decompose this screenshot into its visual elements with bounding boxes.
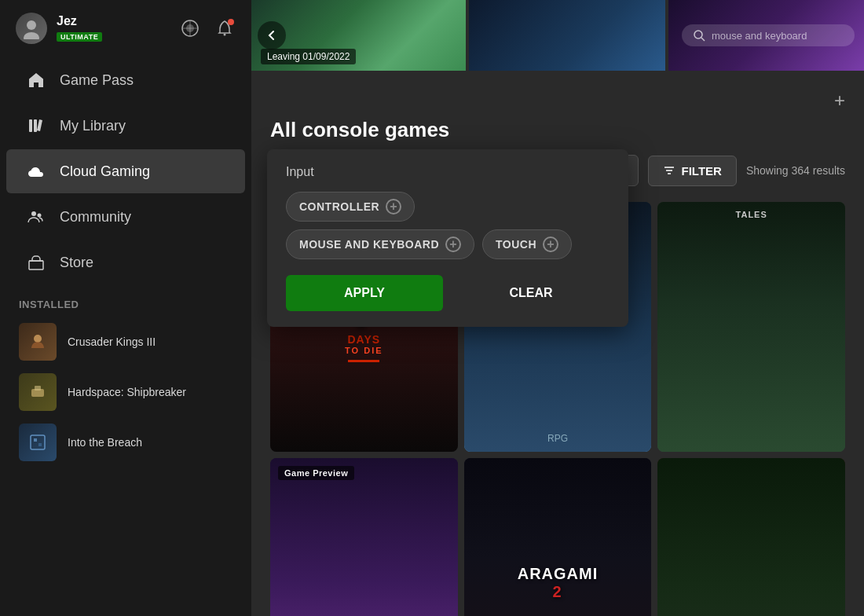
game-preview-label: Game Preview: [278, 466, 354, 480]
clear-button[interactable]: CLEAR: [452, 275, 610, 311]
installed-games-list: Crusader Kings III Hardspace: Shipbreake…: [0, 317, 251, 468]
store-icon: [25, 251, 47, 273]
chip-mouse-keyboard-label: MOUSE AND KEYBOARD: [299, 238, 439, 251]
svg-rect-15: [35, 386, 41, 390]
filter-chip-mouse-keyboard[interactable]: MOUSE AND KEYBOARD +: [286, 229, 474, 259]
main-content: Leaving 01/09/2022 + All console games: [251, 0, 864, 616]
installed-game-itb[interactable]: Into the Breach: [0, 417, 251, 468]
search-input-top[interactable]: [712, 30, 844, 42]
section-title: All console games: [270, 118, 845, 142]
svg-point-19: [694, 31, 702, 38]
sidebar-header: Jez ULTIMATE: [0, 0, 251, 57]
svg-point-1: [24, 32, 39, 39]
banner-item-1: Leaving 01/09/2022: [251, 0, 466, 71]
chip-controller-label: CONTROLLER: [299, 200, 379, 213]
installed-game-name-ck3: Crusader Kings III: [68, 336, 156, 348]
sidebar: Jez ULTIMATE: [0, 0, 251, 616]
filter-dropdown-panel: Input CONTROLLER + MOUSE AND KEYBOARD + …: [267, 149, 628, 327]
svg-rect-18: [38, 443, 42, 446]
chip-touch-plus: +: [543, 236, 558, 252]
svg-point-10: [38, 214, 42, 218]
top-search-icon: [693, 29, 705, 42]
cloud-icon: [25, 160, 47, 182]
filter-actions: APPLY CLEAR: [286, 275, 610, 311]
apply-button[interactable]: APPLY: [286, 275, 443, 311]
svg-point-6: [224, 34, 226, 36]
game-card-6[interactable]: [657, 458, 845, 616]
svg-point-13: [34, 335, 42, 343]
plus-icon-area: +: [270, 86, 845, 118]
ultimate-badge: ULTIMATE: [57, 32, 102, 42]
svg-line-20: [701, 38, 705, 41]
filter-chip-touch[interactable]: TOUCH +: [482, 229, 572, 259]
game-thumb-itb: [19, 424, 57, 461]
svg-rect-16: [31, 435, 45, 449]
sidebar-item-label-game-pass: Game Pass: [60, 72, 134, 89]
svg-rect-17: [34, 438, 37, 442]
plus-icon[interactable]: +: [834, 90, 845, 112]
results-count: Showing 364 results: [746, 164, 845, 177]
notification-icon[interactable]: [214, 17, 236, 39]
game-card-tales[interactable]: TALES: [657, 202, 845, 452]
svg-point-9: [31, 211, 36, 216]
sidebar-item-store[interactable]: Store: [6, 240, 245, 284]
leaving-badge: Leaving 01/09/2022: [261, 49, 356, 64]
header-icons: [179, 17, 236, 39]
installed-game-shipbreaker[interactable]: Hardspace: Shipbreaker: [0, 367, 251, 417]
notification-dot: [228, 19, 234, 25]
nav-items: Game Pass My Library Cloud Gaming: [0, 57, 251, 286]
installed-game-ck3[interactable]: Crusader Kings III: [0, 317, 251, 367]
user-name: Jez: [57, 14, 170, 28]
sidebar-item-label-community: Community: [60, 209, 131, 226]
chip-touch-label: TOUCH: [496, 238, 536, 251]
filter-button-label: FILTER: [682, 164, 722, 178]
sidebar-item-community[interactable]: Community: [6, 195, 245, 239]
chip-controller-plus: +: [386, 199, 401, 214]
installed-game-name-shipbreaker: Hardspace: Shipbreaker: [68, 386, 186, 398]
game-card-preview[interactable]: Game Preview: [270, 458, 458, 616]
game-thumb-shipbreaker: [19, 373, 57, 411]
sidebar-item-my-library[interactable]: My Library: [6, 104, 245, 148]
filter-button[interactable]: FILTER: [648, 156, 737, 186]
filter-icon: [663, 164, 675, 177]
library-icon: [25, 115, 47, 137]
content-area: + All console games FILTER Showi: [251, 71, 864, 616]
filter-chip-controller[interactable]: CONTROLLER +: [286, 192, 415, 222]
community-icon: [25, 206, 47, 228]
game-card-aragami2[interactable]: ARAGAMI 2: [464, 458, 652, 616]
filter-panel-title: Input: [286, 165, 610, 179]
chip-mouse-keyboard-plus: +: [445, 236, 461, 252]
home-icon: [25, 69, 47, 91]
svg-rect-7: [29, 119, 32, 132]
svg-rect-8: [34, 119, 37, 132]
sidebar-item-game-pass[interactable]: Game Pass: [6, 58, 245, 102]
sidebar-item-cloud-gaming[interactable]: Cloud Gaming: [6, 149, 245, 193]
installed-game-name-itb: Into the Breach: [68, 436, 142, 449]
sidebar-item-label-store: Store: [60, 255, 93, 271]
search-bar-top: [682, 24, 855, 46]
sidebar-item-label-cloud-gaming: Cloud Gaming: [60, 163, 150, 180]
svg-point-0: [27, 20, 36, 30]
banner-item-2: [469, 0, 664, 71]
banner-item-3: [668, 0, 864, 71]
avatar: [16, 13, 47, 44]
svg-rect-11: [29, 261, 43, 270]
back-button[interactable]: [258, 21, 286, 50]
xbox-icon[interactable]: [179, 17, 201, 39]
top-banner: Leaving 01/09/2022: [251, 0, 864, 71]
installed-section-label: Installed: [0, 286, 251, 317]
game-thumb-ck3: [19, 323, 57, 361]
user-info: Jez ULTIMATE: [57, 14, 170, 42]
filter-chips: CONTROLLER + MOUSE AND KEYBOARD + TOUCH …: [286, 192, 610, 259]
sidebar-item-label-my-library: My Library: [60, 118, 126, 134]
